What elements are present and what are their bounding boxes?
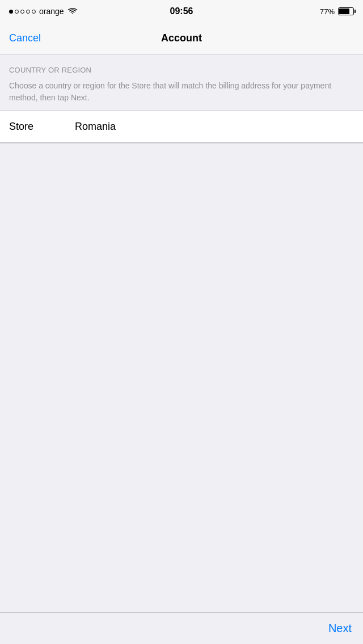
status-bar: orange 09:56 77% [0, 0, 363, 23]
battery-icon [338, 7, 354, 15]
nav-bar: Cancel Account [0, 23, 363, 54]
store-value: Romania [75, 121, 116, 133]
store-row[interactable]: Store Romania [0, 111, 363, 143]
content-area [0, 143, 363, 467]
signal-dot-2 [15, 10, 19, 14]
signal-dot-4 [26, 10, 30, 14]
cancel-button[interactable]: Cancel [9, 32, 41, 44]
signal-dot-1 [9, 10, 13, 14]
page-title: Account [161, 32, 202, 44]
wifi-icon [67, 7, 78, 15]
store-table: Store Romania [0, 111, 363, 143]
status-left: orange [9, 7, 78, 16]
bottom-bar: Next [0, 612, 363, 644]
section-header: COUNTRY OR REGION Choose a country or re… [0, 54, 363, 111]
status-time: 09:56 [170, 6, 193, 16]
next-button[interactable]: Next [328, 622, 352, 635]
section-label: COUNTRY OR REGION [9, 66, 354, 74]
signal-dot-5 [32, 10, 36, 14]
signal-dot-3 [20, 10, 24, 14]
section-description: Choose a country or region for the Store… [9, 80, 354, 104]
battery-percent: 77% [320, 7, 335, 16]
battery-fill [339, 9, 349, 14]
status-right: 77% [320, 7, 354, 16]
signal-strength [9, 10, 36, 14]
carrier-name: orange [39, 7, 64, 16]
store-label: Store [9, 121, 66, 133]
